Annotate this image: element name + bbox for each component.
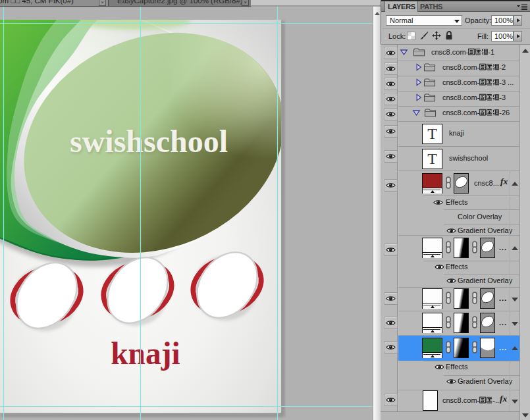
svg-text:knaji: knaji: [111, 336, 180, 371]
svg-text:swishschool: swishschool: [70, 124, 228, 159]
